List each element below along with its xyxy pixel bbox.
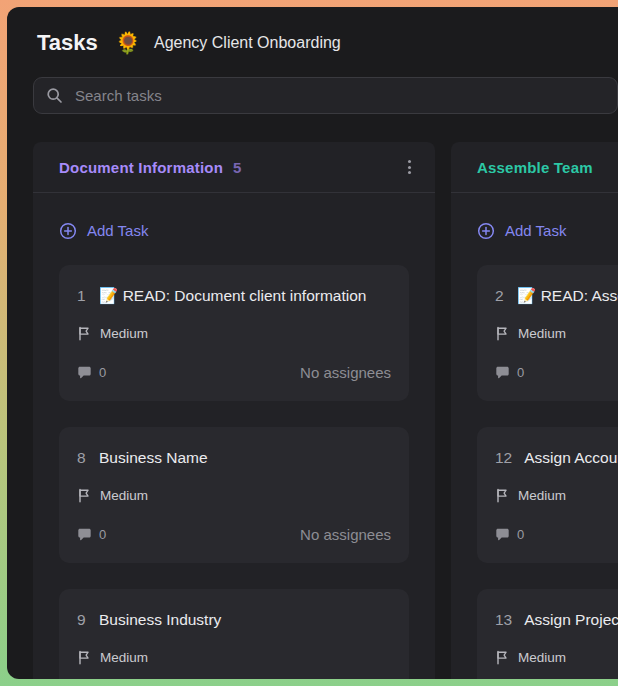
workspace-emoji-icon: 🌻	[115, 29, 141, 57]
column-menu-button[interactable]	[402, 155, 417, 179]
task-card[interactable]: 1 📝 READ: Document client information Me…	[59, 265, 409, 401]
task-title: 📝 READ: Document client information	[99, 283, 366, 309]
flag-icon	[77, 650, 92, 665]
priority-label: Medium	[100, 488, 148, 503]
task-comments: 0	[495, 527, 524, 542]
task-title: Assign Account Manager	[524, 445, 618, 471]
page-title: Tasks	[37, 29, 98, 57]
task-title: Business Name	[99, 445, 208, 471]
column-body: Add Task 2 📝 READ: Assemble your project…	[451, 193, 618, 679]
flag-icon	[77, 488, 92, 503]
task-title-row: 12 Assign Account Manager	[495, 445, 618, 471]
flag-icon	[495, 326, 510, 341]
comment-icon	[495, 527, 510, 542]
task-title-row: 9 Business Industry	[77, 607, 391, 633]
task-id: 2	[495, 283, 505, 309]
task-card[interactable]: 12 Assign Account Manager Medium 0 No as…	[477, 427, 618, 563]
task-priority: Medium	[77, 485, 391, 505]
task-id: 13	[495, 607, 512, 633]
task-id: 12	[495, 445, 512, 471]
priority-label: Medium	[100, 650, 148, 665]
task-comments: 0	[77, 365, 106, 380]
column-header: Assemble Team	[451, 142, 618, 193]
task-card-footer: 0 No assignees	[77, 523, 391, 545]
column-cards: 1 📝 READ: Document client information Me…	[59, 265, 409, 679]
task-card-footer: 0 No assignees	[77, 361, 391, 383]
add-task-button[interactable]: Add Task	[477, 219, 618, 243]
column-count: 5	[233, 159, 241, 176]
comment-count: 0	[517, 527, 524, 542]
task-comments: 0	[495, 365, 524, 380]
flag-icon	[495, 650, 510, 665]
add-task-button[interactable]: Add Task	[59, 219, 409, 243]
flag-icon	[77, 326, 92, 341]
task-id: 8	[77, 445, 87, 471]
flag-icon	[495, 488, 510, 503]
task-id: 9	[77, 607, 87, 633]
column-header: Document Information 5	[33, 142, 435, 193]
task-priority: Medium	[77, 647, 391, 667]
task-priority: Medium	[77, 323, 391, 343]
comment-count: 0	[517, 365, 524, 380]
task-assignees: No assignees	[300, 364, 391, 381]
comment-icon	[77, 527, 92, 542]
column-body: Add Task 1 📝 READ: Document client infor…	[33, 193, 435, 679]
board-column: Document Information 5 Add Task 1 📝 READ…	[33, 142, 435, 679]
add-task-label: Add Task	[87, 219, 148, 243]
column-title: Assemble Team	[477, 159, 593, 176]
task-title-row: 2 📝 READ: Assemble your project team 🧑‍💼	[495, 283, 618, 309]
task-priority: Medium	[495, 647, 618, 667]
search-bar[interactable]	[33, 77, 618, 114]
board: Document Information 5 Add Task 1 📝 READ…	[7, 114, 618, 679]
priority-label: Medium	[518, 650, 566, 665]
task-assignees: No assignees	[300, 526, 391, 543]
column-cards: 2 📝 READ: Assemble your project team 🧑‍💼…	[477, 265, 618, 679]
comment-count: 0	[99, 527, 106, 542]
task-title-row: 13 Assign Project Manager	[495, 607, 618, 633]
priority-label: Medium	[518, 488, 566, 503]
priority-label: Medium	[100, 326, 148, 341]
task-comments: 0	[77, 527, 106, 542]
task-card[interactable]: 13 Assign Project Manager Medium 0 No as…	[477, 589, 618, 679]
comment-icon	[495, 365, 510, 380]
task-title: Assign Project Manager	[524, 607, 618, 633]
task-id: 1	[77, 283, 87, 309]
task-title: Business Industry	[99, 607, 221, 633]
board-name: Agency Client Onboarding	[154, 29, 341, 57]
comment-count: 0	[99, 365, 106, 380]
app-window: Tasks 🌻 Agency Client Onboarding Documen…	[7, 7, 618, 679]
board-column: Assemble Team Add Task 2 📝 READ: Assembl…	[451, 142, 618, 679]
comment-icon	[77, 365, 92, 380]
add-task-label: Add Task	[505, 219, 566, 243]
task-title: 📝 READ: Assemble your project team 🧑‍💼	[517, 283, 618, 309]
search-input[interactable]	[73, 86, 605, 105]
priority-label: Medium	[518, 326, 566, 341]
task-card-footer: 0 No assignees	[495, 361, 618, 383]
search-icon	[46, 87, 63, 104]
task-card-footer: 0 No assignees	[495, 523, 618, 545]
task-priority: Medium	[495, 485, 618, 505]
plus-circle-icon	[477, 222, 495, 240]
task-card[interactable]: 9 Business Industry Medium 0 No assignee…	[59, 589, 409, 679]
task-card[interactable]: 2 📝 READ: Assemble your project team 🧑‍💼…	[477, 265, 618, 401]
page-header: Tasks 🌻 Agency Client Onboarding	[7, 7, 618, 57]
plus-circle-icon	[59, 222, 77, 240]
task-title-row: 8 Business Name	[77, 445, 391, 471]
task-card[interactable]: 8 Business Name Medium 0 No assignees	[59, 427, 409, 563]
task-priority: Medium	[495, 323, 618, 343]
column-title: Document Information	[59, 159, 223, 176]
task-title-row: 1 📝 READ: Document client information	[77, 283, 391, 309]
